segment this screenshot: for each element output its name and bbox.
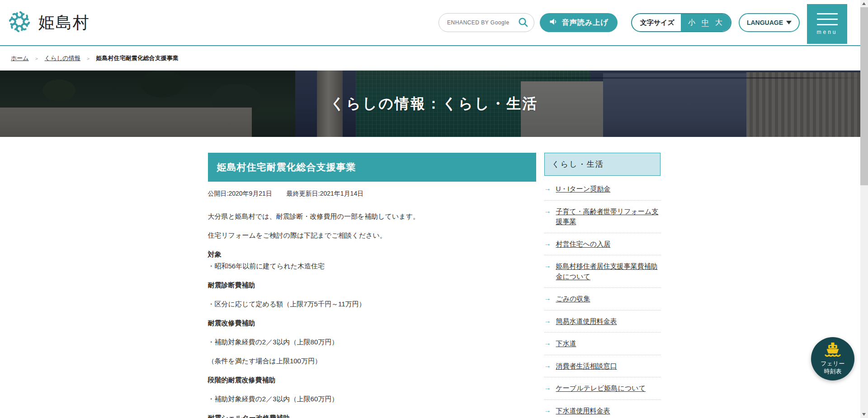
sidebar-link[interactable]: 姫島村移住者居住支援事業費補助金について xyxy=(556,262,658,280)
site-logo[interactable]: 姫島村 xyxy=(7,9,90,36)
sidebar-link[interactable]: ごみの収集 xyxy=(556,295,590,302)
sidebar-link[interactable]: 村営住宅への入居 xyxy=(556,240,611,248)
paragraph: ・区分に応じて定める額（上限7万5千円～11万円） xyxy=(208,299,536,309)
sidebar-item-ui-turn: → U・Iターン奨励金 xyxy=(544,178,660,201)
paragraph: ・補助対象経費の2／3以内（上限80万円） xyxy=(208,337,536,347)
ship-icon xyxy=(823,343,843,359)
sidebar-item-consumer-consult: → 消費者生活相談窓口 xyxy=(544,355,660,378)
published-date: 公開日:2020年9月21日 xyxy=(208,190,272,197)
arrow-right-icon: → xyxy=(544,316,551,326)
breadcrumb-separator: ＞ xyxy=(86,55,91,62)
sidebar-item-cable-tv: → ケーブルテレビ姫島について xyxy=(544,377,660,400)
paragraph: 大分県と姫島村では、耐震診断・改修費用の一部を補助しています。 xyxy=(208,211,536,221)
language-label: LANGUAGE xyxy=(747,19,783,26)
arrow-right-icon: → xyxy=(544,338,551,348)
sidebar-item-reform-support: → 子育て・高齢者世帯リフォーム支援事業 xyxy=(544,201,660,233)
sidebar-link-list: → U・Iターン奨励金 → 子育て・高齢者世帯リフォーム支援事業 → 村営住宅へ… xyxy=(544,178,660,418)
page-body: 姫島村住宅耐震化総合支援事業 公開日:2020年9月21日 最終更新日:2021… xyxy=(0,137,868,418)
ferry-button-label: フェリー 時刻表 xyxy=(821,360,845,375)
breadcrumb-home[interactable]: ホーム xyxy=(11,54,29,62)
paragraph: ・昭和56年以前に建てられた木造住宅 xyxy=(208,261,536,271)
font-size-options: 小 中 大 xyxy=(681,14,731,31)
arrow-right-icon: → xyxy=(544,293,551,304)
scroll-up-arrow-icon[interactable] xyxy=(862,2,866,5)
section-heading: 耐震シェルター改修費補助 xyxy=(208,413,536,418)
arrow-right-icon: → xyxy=(544,239,551,249)
menu-label: menu xyxy=(816,29,837,35)
arrow-right-icon: → xyxy=(544,206,551,216)
speaker-icon xyxy=(549,17,558,28)
sidebar-link[interactable]: 子育て・高齢者世帯リフォーム支援事業 xyxy=(556,207,659,225)
sidebar-link[interactable]: U・Iターン奨励金 xyxy=(556,185,611,193)
sidebar-link[interactable]: 下水道使用料金表 xyxy=(556,407,610,414)
sidebar-link[interactable]: 下水道 xyxy=(556,339,576,347)
sidebar-item-sewer-fees: → 下水道使用料金表 xyxy=(544,400,660,418)
arrow-right-icon: → xyxy=(544,261,551,271)
hamburger-icon xyxy=(817,13,838,25)
triangle-down-icon xyxy=(786,21,792,24)
font-size-small[interactable]: 小 xyxy=(688,18,695,28)
site-name: 姫島村 xyxy=(38,12,90,34)
sidebar-item-sewer: → 下水道 xyxy=(544,333,660,355)
tts-label: 音声読み上げ xyxy=(562,18,609,28)
breadcrumb-living-info[interactable]: くらしの情報 xyxy=(45,54,80,62)
sidebar-link[interactable]: 消費者生活相談窓口 xyxy=(556,362,617,370)
hero-banner: くらしの情報：くらし・生活 xyxy=(0,70,868,137)
article-title: 姫島村住宅耐震化総合支援事業 xyxy=(208,153,536,182)
sidebar-item-migrant-subsidy: → 姫島村移住者居住支援事業費補助金について xyxy=(544,255,660,288)
hero-title: くらしの情報：くらし・生活 xyxy=(0,70,868,137)
search-button[interactable] xyxy=(518,17,528,29)
scrollbar-thumb[interactable] xyxy=(860,7,868,185)
font-size-large[interactable]: 大 xyxy=(715,18,722,28)
sidebar-living-life: くらし・生活 → U・Iターン奨励金 → 子育て・高齢者世帯リフォーム支援事業 … xyxy=(544,153,660,418)
paragraph: ・補助対象経費の2／3以内（上限60万円） xyxy=(208,394,536,404)
breadcrumb-current-page: 姫島村住宅耐震化総合支援事業 xyxy=(96,54,179,62)
arrow-right-icon: → xyxy=(544,183,551,194)
paragraph: 住宅リフォームをご検討の際は下記までご相談ください。 xyxy=(208,230,536,240)
text-to-speech-button[interactable]: 音声読み上げ xyxy=(540,13,618,32)
menu-button[interactable]: menu xyxy=(807,4,847,44)
sidebar-item-village-housing: → 村営住宅への入居 xyxy=(544,233,660,256)
search-input[interactable] xyxy=(447,19,518,26)
scroll-down-arrow-icon[interactable] xyxy=(862,413,866,416)
arrow-right-icon: → xyxy=(544,361,551,371)
sidebar-item-water-fees: → 簡易水道使用料金表 xyxy=(544,310,660,333)
arrow-right-icon: → xyxy=(544,405,551,416)
article-body: 大分県と姫島村では、耐震診断・改修費用の一部を補助しています。 住宅リフォームを… xyxy=(208,211,536,418)
sidebar-link[interactable]: ケーブルテレビ姫島について xyxy=(556,384,646,392)
font-size-medium[interactable]: 中 xyxy=(702,18,709,28)
section-heading: 耐震改修費補助 xyxy=(208,318,536,328)
section-heading: 段階的耐震改修費補助 xyxy=(208,375,536,385)
font-size-control: 文字サイズ 小 中 大 xyxy=(631,13,731,32)
article-dates: 公開日:2020年9月21日 最終更新日:2021年1月14日 xyxy=(208,190,536,198)
breadcrumb-separator: ＞ xyxy=(34,55,39,62)
article: 姫島村住宅耐震化総合支援事業 公開日:2020年9月21日 最終更新日:2021… xyxy=(208,153,536,418)
section-heading: 耐震診断費補助 xyxy=(208,280,536,290)
language-button[interactable]: LANGUAGE xyxy=(739,13,800,32)
header-controls: 音声読み上げ 文字サイズ 小 中 大 LANGUAGE menu xyxy=(439,3,847,42)
paragraph: （条件を満たす場合は上限100万円） xyxy=(208,356,536,366)
site-search xyxy=(439,13,534,32)
sidebar-link[interactable]: 簡易水道使用料金表 xyxy=(556,317,617,325)
updated-date: 最終更新日:2021年1月14日 xyxy=(287,190,363,197)
section-heading: 対象 xyxy=(208,249,536,259)
vertical-scrollbar[interactable] xyxy=(860,0,868,418)
ferry-timetable-button[interactable]: フェリー 時刻表 xyxy=(811,337,854,380)
magnifier-icon xyxy=(518,17,528,29)
font-size-label: 文字サイズ xyxy=(632,14,681,31)
village-emblem-icon xyxy=(7,9,32,36)
sidebar-item-garbage: → ごみの収集 xyxy=(544,288,660,310)
arrow-right-icon: → xyxy=(544,383,551,393)
site-header: 姫島村 音声読み上げ 文字サイズ xyxy=(0,0,868,46)
breadcrumb: ホーム ＞ くらしの情報 ＞ 姫島村住宅耐震化総合支援事業 xyxy=(0,46,868,70)
sidebar-title: くらし・生活 xyxy=(544,153,660,176)
